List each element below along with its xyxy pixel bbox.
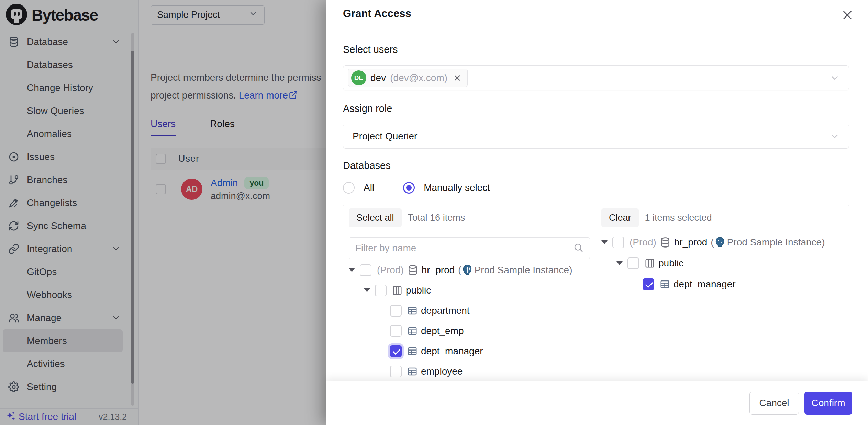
database-icon xyxy=(407,265,418,276)
modal-footer: Cancel Confirm xyxy=(326,381,868,425)
modal-body: Select users DE dev (dev@x.com) Assign r… xyxy=(343,32,849,425)
tree-checkbox[interactable] xyxy=(360,264,371,276)
select-users-input[interactable]: DE dev (dev@x.com) xyxy=(343,65,849,90)
instance-paren: ( xyxy=(711,237,714,248)
radio-manually-select[interactable] xyxy=(403,182,415,194)
tree-node-name: dept_emp xyxy=(421,325,464,336)
clear-button[interactable]: Clear xyxy=(601,208,639,227)
tree-checkbox[interactable] xyxy=(612,237,624,248)
tree-node-name: dept_manager xyxy=(674,279,736,290)
caret-down-icon[interactable] xyxy=(364,288,370,292)
table-icon xyxy=(407,346,418,356)
table-icon xyxy=(407,326,418,336)
tree-row: public xyxy=(349,280,590,300)
tree-checkbox[interactable] xyxy=(390,366,402,377)
chip-user-email: (dev@x.com) xyxy=(390,72,447,83)
search-icon xyxy=(573,242,583,254)
database-icon xyxy=(660,237,671,248)
radio-manual-label: Manually select xyxy=(424,182,490,193)
tree-checkbox[interactable] xyxy=(390,305,402,317)
tree-row: public xyxy=(601,253,843,274)
tree-row: department xyxy=(349,300,590,321)
tree-row: (Prod)hr_prod(Prod Sample Instance) xyxy=(349,260,590,280)
chevron-down-icon xyxy=(830,73,840,83)
table-icon xyxy=(660,279,670,289)
select-all-button[interactable]: Select all xyxy=(349,208,402,227)
filter-input[interactable] xyxy=(355,243,573,254)
table-icon xyxy=(407,366,418,377)
close-icon[interactable] xyxy=(840,8,855,23)
databases-label: Databases xyxy=(343,160,391,171)
cancel-button[interactable]: Cancel xyxy=(749,392,799,415)
tree-row: dept_manager xyxy=(601,274,843,295)
instance-paren: ( xyxy=(458,265,461,276)
app-window: Bytebase DatabaseDatabasesChange History… xyxy=(0,0,868,425)
tree-row: employee xyxy=(349,361,590,381)
modal-title: Grant Access xyxy=(343,8,411,20)
radio-all-label: All xyxy=(364,182,374,193)
caret-down-icon[interactable] xyxy=(349,268,355,272)
tree-checkbox[interactable] xyxy=(390,345,402,357)
database-selected-pane: Clear 1 items selected (Prod)hr_prod(Pro… xyxy=(596,204,849,382)
tree-node-name: public xyxy=(406,285,431,296)
tree-node-name: dept_manager xyxy=(421,346,483,357)
postgres-icon xyxy=(462,265,472,276)
filter-box xyxy=(349,237,590,259)
selected-count-label: 1 items selected xyxy=(645,213,712,223)
tree-node-name: hr_prod xyxy=(422,265,455,276)
env-prefix: (Prod) xyxy=(630,237,656,248)
tree-node-name: public xyxy=(658,258,683,269)
instance-name: Prod Sample Instance) xyxy=(727,237,825,248)
tree-node-name: department xyxy=(421,305,470,316)
remove-user-icon[interactable] xyxy=(453,73,462,82)
schema-icon xyxy=(645,258,655,268)
database-source-pane: Select all Total 16 items (Prod)hr_prod(… xyxy=(343,204,596,382)
selected-user-chip: DE dev (dev@x.com) xyxy=(348,69,468,87)
database-scope-radios: All Manually select xyxy=(343,182,490,194)
tree-node-name: employee xyxy=(421,366,463,377)
confirm-button[interactable]: Confirm xyxy=(804,392,852,415)
assign-role-label: Assign role xyxy=(343,103,392,114)
chip-user-name: dev xyxy=(370,72,386,83)
tree-row: (Prod)hr_prod(Prod Sample Instance) xyxy=(601,232,843,253)
caret-down-icon[interactable] xyxy=(601,240,608,244)
database-transfer-panel: Select all Total 16 items (Prod)hr_prod(… xyxy=(343,204,849,382)
schema-icon xyxy=(392,285,402,296)
assign-role-value: Project Querier xyxy=(353,131,417,142)
grant-access-modal: Grant Access Select users DE dev (dev@x.… xyxy=(326,0,868,425)
table-icon xyxy=(407,306,418,316)
total-items-label: Total 16 items xyxy=(408,213,465,223)
tree-checkbox[interactable] xyxy=(375,285,387,296)
tree-checkbox[interactable] xyxy=(390,325,402,337)
avatar: DE xyxy=(351,70,366,85)
chevron-down-icon xyxy=(830,131,840,141)
radio-all[interactable] xyxy=(343,182,355,194)
env-prefix: (Prod) xyxy=(377,265,404,276)
tree-row: dept_manager xyxy=(349,341,590,361)
tree-checkbox[interactable] xyxy=(627,257,639,269)
postgres-icon xyxy=(715,237,725,248)
select-users-label: Select users xyxy=(343,44,398,55)
tree-checkbox[interactable] xyxy=(643,278,654,290)
modal-header: Grant Access xyxy=(326,0,868,32)
selected-tree: (Prod)hr_prod(Prod Sample Instance)publi… xyxy=(601,232,843,295)
caret-down-icon[interactable] xyxy=(616,261,623,265)
assign-role-select[interactable]: Project Querier xyxy=(343,124,849,149)
source-tree: (Prod)hr_prod(Prod Sample Instance)publi… xyxy=(349,260,590,381)
tree-row: dept_emp xyxy=(349,321,590,341)
tree-node-name: hr_prod xyxy=(674,237,708,248)
instance-name: Prod Sample Instance) xyxy=(475,265,572,276)
